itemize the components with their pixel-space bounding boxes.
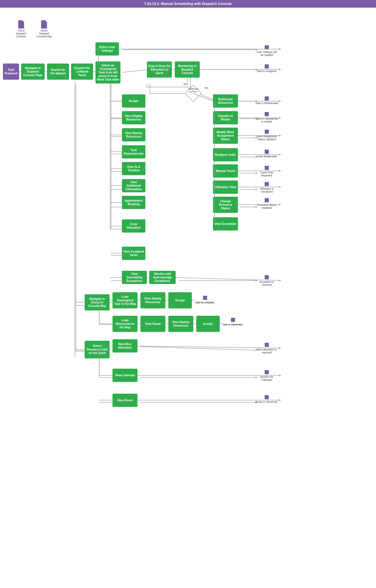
load-resources-node[interactable]: Load Resources to the Map — [113, 316, 137, 332]
change-resource-node[interactable]: Change Resource Status — [213, 197, 238, 213]
svg-marker-141 — [279, 347, 281, 349]
search-dataset-node[interactable]: Search for the dataset — [47, 64, 69, 80]
view-calendar-node[interactable]: View Calendar — [113, 369, 137, 382]
assign3-node[interactable]: Assign — [196, 316, 220, 332]
task-reallocated-result: Task is Reallocated — [255, 96, 278, 105]
about-dispatch-icon: About Dispatch Console — [12, 20, 30, 38]
svg-line-8 — [123, 69, 151, 72]
route-observed-result: Route is Observed. — [255, 395, 278, 403]
view-scheduling-node[interactable]: View Scheduling Exceptions — [122, 271, 147, 284]
readjust-visits-node[interactable]: Readjust Visits — [213, 148, 238, 161]
crew-allocation-node[interactable]: Crew Allocation — [122, 219, 145, 233]
svg-line-62 — [140, 347, 256, 350]
manual-travel-node[interactable]: Manual Travel — [213, 164, 238, 178]
view-eligible-node[interactable]: View Eligible Resources — [122, 111, 145, 124]
load-unassigned-node[interactable]: Load Unassigned Task to the Map — [113, 292, 137, 308]
assign1-node[interactable]: Assign — [122, 94, 145, 108]
modify-work-node[interactable]: Modify Work Assignment Status — [213, 128, 238, 144]
monitor-acknowledge-node[interactable]: Monitor and Acknowledge Exceptions — [149, 271, 176, 284]
view-nearby3-node[interactable]: View Nearby Resources — [168, 316, 193, 332]
svg-marker-74 — [185, 85, 202, 102]
svg-marker-82 — [279, 48, 281, 50]
utilization-view-node[interactable]: Utilization View — [213, 181, 238, 194]
about-map-label: About Dispatch Console Map — [35, 29, 53, 38]
assign2-node[interactable]: Assign — [168, 292, 192, 308]
visits-readjusted-result: Visits Readjusted — [255, 150, 278, 158]
svg-marker-99 — [279, 280, 281, 281]
view-nearby2-node[interactable]: View Nearby Resources — [140, 292, 165, 308]
user-settings-result: User Settings will be Applied — [255, 45, 278, 56]
new-misc-allocation-node[interactable]: New Misc Allocation — [113, 339, 137, 353]
navigate-map-node[interactable]: Navigate to Dispatch Console Map — [85, 294, 110, 310]
travel-plan-result: Travel Plan Received — [255, 166, 278, 177]
exception-resolved-result: Exception is resolved — [255, 275, 278, 286]
define-user-settings-node[interactable]: Define User Settings — [95, 42, 119, 56]
svg-marker-123 — [279, 186, 281, 188]
task-observed-result: Task Is Observed. — [222, 318, 244, 326]
about-map-icon: About Dispatch Console Map — [35, 20, 53, 38]
select-resource-card-node[interactable]: Select Resource Card on the Gantt — [85, 341, 110, 358]
task-assigned2-result: Task Is Assigned. — [194, 296, 216, 304]
expand-panel-node[interactable]: Expand the Lefthand Panel — [71, 64, 93, 80]
navigate-dispatch-node[interactable]: Navigate to Dispatch Console Page — [21, 64, 45, 80]
monitoring-dispatch-node[interactable]: Monitoring in Dispatch Console — [175, 61, 200, 78]
view-assigned-node[interactable]: View Assigned Tasks — [122, 247, 145, 260]
view-additional-node[interactable]: View Additional Information — [122, 179, 145, 192]
no-label: No — [184, 83, 187, 86]
svg-marker-121 — [279, 170, 281, 172]
additional-actions-diamond — [184, 85, 202, 102]
drag-drop-node[interactable]: Drag & Drop the Allocation to Gantt — [147, 61, 172, 78]
title-bar: 7.22.13.2. Manual Scheduling with Dispat… — [0, 0, 376, 8]
task-assigned1-result: Task Is Assigned. — [255, 64, 278, 73]
task-dependencies-node[interactable]: Task Dependencies — [122, 145, 145, 158]
utilization-vis-result: Utilization is Visualized — [255, 182, 278, 193]
reallocate-node[interactable]: Reallocate Resources — [213, 94, 238, 108]
transfer-mobile-node[interactable]: Transfer to Mobile — [213, 111, 238, 124]
svg-marker-145 — [279, 375, 281, 376]
view-route-node[interactable]: View Route — [140, 316, 165, 332]
misc-alloc-result: Misc allocation is reported — [255, 343, 278, 354]
svg-marker-148 — [279, 399, 281, 401]
view-route2-node[interactable]: View Route — [113, 394, 137, 407]
svg-marker-115 — [279, 117, 281, 119]
page-title: 7.22.13.2. Manual Scheduling with Dispat… — [144, 2, 232, 6]
select-unassigned-node[interactable]: Select an Unassigned Task from left pane… — [95, 61, 120, 83]
svg-marker-125 — [279, 204, 281, 206]
monitor-calendar-result: Monitor the Calendar — [255, 370, 278, 381]
appointment-booking-node[interactable]: Appointment Booking — [122, 196, 145, 209]
about-dispatch-label: About Dispatch Console — [12, 29, 30, 38]
svg-marker-113 — [279, 100, 281, 102]
view-sla-node[interactable]: View SLA Timeline — [122, 162, 145, 175]
yes-label: Yes — [204, 86, 209, 89]
svg-marker-119 — [279, 154, 281, 156]
work-assignment-result: Work Assignment Status Updated — [255, 130, 278, 141]
svg-marker-117 — [279, 135, 281, 136]
task-prepared-node[interactable]: Task Prepared — [3, 64, 19, 80]
view-nearby1-node[interactable]: View Nearby Resources — [122, 128, 145, 141]
task-transferred-result: Task is Transferred to Mobile — [255, 112, 278, 123]
view-exception-node[interactable]: View Exception — [213, 217, 238, 230]
svg-marker-85 — [279, 69, 281, 70]
resource-status-result: Resource Status Updated — [255, 198, 278, 209]
